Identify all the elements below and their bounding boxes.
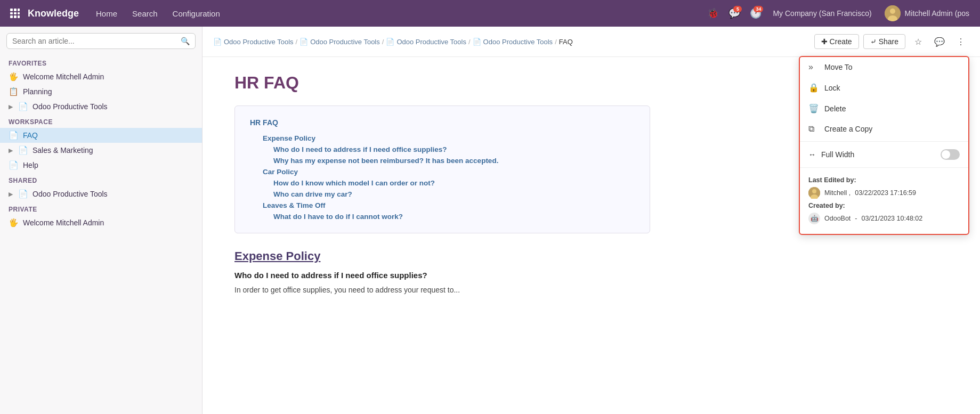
dropdown-create-copy[interactable]: ⧉ Create a Copy: [800, 119, 968, 139]
svg-rect-4: [14, 12, 17, 14]
sidebar-item-label: Planning: [23, 87, 52, 96]
dropdown-divider-2: [800, 167, 968, 168]
top-navigation: Knowledge Home Search Configuration 🐞 💬 …: [0, 0, 980, 27]
activity-badge: 34: [754, 6, 763, 12]
sidebar: 🔍 Favorites 🖐️ Welcome Mitchell Admin 📋 …: [0, 27, 203, 414]
avatar: [885, 5, 901, 21]
chevron-right-icon: ▶: [9, 191, 13, 198]
more-options-button[interactable]: ⋮: [952, 33, 969, 50]
breadcrumb: 📄 Odoo Productive Tools / 📄 Odoo Product…: [213, 38, 814, 46]
star-button[interactable]: ☆: [910, 33, 927, 50]
user-menu[interactable]: Mitchell Admin (pos: [880, 3, 974, 23]
last-edited-row: Mitchell , 03/22/2023 17:16:59: [808, 187, 960, 199]
breadcrumb-label: Odoo Productive Tools: [483, 38, 553, 46]
svg-rect-7: [14, 15, 17, 18]
breadcrumb-item-2[interactable]: 📄 Odoo Productive Tools: [299, 38, 380, 46]
toc-office-supplies[interactable]: Who do I need to address if I need offic…: [250, 144, 635, 155]
nav-right-area: 🐞 💬 5 🕐 34 My Company (San Francisco) Mi…: [704, 3, 974, 23]
dropdown-divider: [800, 141, 968, 142]
clipboard-icon: 📋: [9, 87, 19, 96]
doc-icon: 📄: [299, 38, 308, 46]
breadcrumb-item-4[interactable]: 📄 Odoo Productive Tools: [473, 38, 553, 46]
toolbar-actions: ✚ Create ⤶ Share ☆ 💬 ⋮: [814, 33, 969, 50]
sidebar-item-label: Welcome Mitchell Admin: [23, 72, 104, 81]
breadcrumb-item-3[interactable]: 📄 Odoo Productive Tools: [386, 38, 466, 46]
sidebar-item-label: Sales & Marketing: [33, 146, 93, 155]
dropdown-item-label: Move To: [824, 63, 853, 71]
created-user: OdooBot: [824, 215, 851, 222]
dropdown-full-width[interactable]: ↔ Full Width: [800, 144, 968, 165]
doc-icon: 📄: [18, 102, 28, 111]
nav-search[interactable]: Search: [126, 6, 164, 21]
search-input[interactable]: [12, 37, 181, 45]
dropdown-delete[interactable]: 🗑️ Delete: [800, 98, 968, 119]
sidebar-item-faq[interactable]: 📄 FAQ: [0, 128, 202, 143]
toc-leaves[interactable]: Leaves & Time Off: [250, 200, 635, 211]
app-brand: Knowledge: [28, 8, 79, 19]
toc-expense-policy[interactable]: Expense Policy: [250, 133, 635, 144]
svg-rect-3: [10, 12, 13, 14]
sidebar-item-help[interactable]: 📄 Help: [0, 158, 202, 173]
comment-button[interactable]: 💬: [931, 33, 948, 50]
last-edited-avatar: [808, 187, 820, 199]
svg-point-10: [890, 9, 895, 14]
toc-cannot-work[interactable]: What do I have to do if I cannot work?: [250, 211, 635, 222]
hand-icon: 🖐️: [9, 72, 19, 82]
search-box[interactable]: 🔍: [6, 33, 196, 49]
toc-drive-car[interactable]: Who can drive my car?: [250, 189, 635, 200]
apps-grid-icon[interactable]: [6, 5, 23, 22]
create-button[interactable]: ✚ Create: [814, 34, 859, 49]
favorites-section-title: Favorites: [0, 55, 202, 69]
workspace-section-title: Workspace: [0, 114, 202, 128]
nav-configuration[interactable]: Configuration: [166, 6, 226, 21]
chat-badge: 5: [733, 6, 742, 12]
activity-icon[interactable]: 🕐 34: [747, 5, 764, 22]
breadcrumb-label: Odoo Productive Tools: [310, 38, 380, 46]
move-to-icon: »: [808, 62, 819, 72]
sidebar-item-odoo-tools-shared[interactable]: ▶ 📄 Odoo Productive Tools: [0, 186, 202, 201]
created-separator: -: [855, 215, 857, 222]
created-date: 03/21/2023 10:48:02: [862, 215, 923, 222]
chevron-right-icon: ▶: [9, 103, 13, 110]
sidebar-item-sales-marketing[interactable]: ▶ 📄 Sales & Marketing: [0, 143, 202, 158]
toc-expense-reimbursed[interactable]: Why has my expense not been reimbursed? …: [250, 155, 635, 166]
section-expense-policy: Expense Policy: [234, 249, 650, 263]
toc-car-model[interactable]: How do I know which model I can order or…: [250, 177, 635, 189]
chat-icon[interactable]: 💬 5: [726, 5, 743, 22]
doc-icon: 📄: [213, 38, 222, 46]
article-title: HR FAQ: [234, 73, 650, 93]
share-button[interactable]: ⤶ Share: [863, 34, 905, 49]
svg-rect-0: [10, 9, 13, 11]
sidebar-item-welcome-private[interactable]: 🖐️ Welcome Mitchell Admin: [0, 215, 202, 230]
svg-rect-2: [18, 9, 20, 11]
search-icon: 🔍: [181, 37, 190, 45]
sidebar-item-odoo-tools-favorites[interactable]: ▶ 📄 Odoo Productive Tools: [0, 99, 202, 114]
dropdown-item-label: Delete: [824, 104, 846, 113]
sidebar-item-label: FAQ: [23, 131, 38, 140]
dropdown-item-label: Create a Copy: [824, 125, 872, 133]
dropdown-move-to[interactable]: » Move To: [800, 57, 968, 77]
full-width-label: Full Width: [821, 150, 854, 159]
bug-icon[interactable]: 🐞: [704, 5, 722, 22]
company-name: My Company (San Francisco): [768, 9, 876, 18]
content-topbar: 📄 Odoo Productive Tools / 📄 Odoo Product…: [203, 27, 980, 57]
svg-rect-1: [14, 9, 17, 11]
share-icon: ⤶: [870, 37, 877, 46]
toc-car-policy[interactable]: Car Policy: [250, 166, 635, 177]
toc-box: HR FAQ Expense Policy Who do I need to a…: [234, 105, 650, 233]
sidebar-item-label: Help: [23, 161, 38, 169]
sidebar-item-welcome-favorites[interactable]: 🖐️ Welcome Mitchell Admin: [0, 69, 202, 84]
dropdown-lock[interactable]: 🔒 Lock: [800, 77, 968, 98]
full-width-toggle[interactable]: [941, 149, 960, 160]
nav-home[interactable]: Home: [90, 6, 124, 21]
main-layout: 🔍 Favorites 🖐️ Welcome Mitchell Admin 📋 …: [0, 27, 980, 414]
svg-rect-6: [10, 15, 13, 18]
trash-icon: 🗑️: [808, 103, 819, 113]
breadcrumb-separator: /: [555, 38, 557, 46]
answer-preview: In order to get office supplies, you nee…: [234, 284, 650, 296]
dropdown-menu: » Move To 🔒 Lock 🗑️ Delete ⧉ Create a Co…: [799, 56, 969, 235]
toc-title: HR FAQ: [250, 117, 635, 128]
sidebar-item-planning[interactable]: 📋 Planning: [0, 84, 202, 99]
breadcrumb-item-1[interactable]: 📄 Odoo Productive Tools: [213, 38, 294, 46]
created-label: Created by:: [808, 202, 960, 209]
